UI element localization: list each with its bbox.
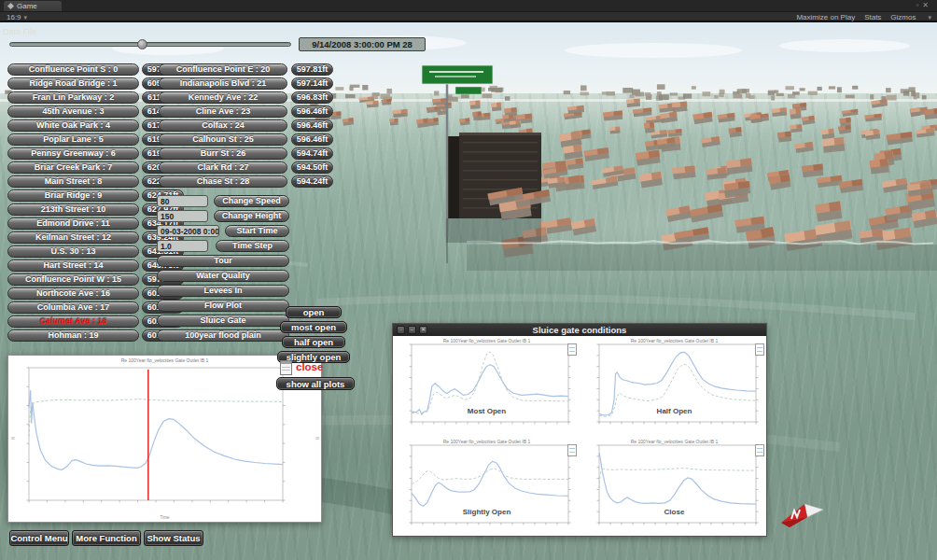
editor-titlebar: Game ▫✕	[0, 0, 937, 11]
station-button-confluence-point-w-15[interactable]: Confluence Point W : 15	[7, 273, 139, 286]
subplot-label-slightly-open: Slightly Open	[393, 508, 580, 516]
station-button-kennedy-ave-22[interactable]: Kennedy Ave : 22	[159, 91, 287, 104]
station-button-poplar-lane-5[interactable]: Poplar Lane : 5	[7, 133, 139, 146]
time-slider-knob[interactable]	[137, 39, 147, 49]
station-value: 596.83ft	[291, 91, 333, 104]
station-button-main-street-8[interactable]: Main Street : 8	[7, 175, 139, 188]
station-button-pennsy-greenway-6[interactable]: Pennsy Greenway : 6	[7, 147, 139, 160]
sluice-subplot-most_open	[393, 336, 580, 437]
gizmos-button[interactable]: Gizmos	[890, 13, 916, 21]
station-button-confluence-point-s-0[interactable]: Confluence Point S : 0	[7, 63, 139, 76]
station-value: 594.24ft	[291, 175, 333, 188]
time-step-input[interactable]	[157, 240, 208, 252]
subplot-legend	[567, 444, 577, 456]
100year-flood-plain-button[interactable]: 100year flood plain	[157, 329, 289, 342]
levees-in-button[interactable]: Levees In	[157, 285, 289, 297]
subplot-title: Re 100Year flo_velocities Gate Outlet IB…	[393, 439, 580, 444]
station-button-keilman-street-12[interactable]: Keilman Street : 12	[7, 231, 139, 244]
station-button-burr-st-26[interactable]: Burr St : 26	[159, 147, 287, 160]
station-button-briar-creek-park-7[interactable]: Briar Creek Park : 7	[7, 161, 139, 174]
station-button-u-s-30-13[interactable]: U.S. 30 : 13	[7, 245, 139, 258]
start-time-button[interactable]: Start Time	[225, 225, 289, 237]
show-all-plots-button[interactable]: show all plots	[276, 377, 355, 390]
station-button-confluence-point-e-20[interactable]: Confluence Point E : 20	[159, 63, 287, 76]
tab-game[interactable]: Game	[4, 1, 62, 11]
aspect-ratio-dropdown[interactable]: 16:9▾	[7, 13, 27, 21]
tab-game-label: Game	[17, 2, 37, 10]
stats-button[interactable]: Stats	[864, 13, 881, 21]
station-value: 596.46ft	[291, 105, 333, 118]
time-step-button[interactable]: Time Step	[216, 240, 289, 252]
station-button-ridge-road-bridge-1[interactable]: Ridge Road Bridge : 1	[7, 77, 139, 90]
plot-window-icon[interactable]	[280, 360, 292, 375]
water-quality-button[interactable]: Water Quality	[157, 270, 289, 282]
sluice-subplot-half_open	[580, 336, 768, 437]
station-button-213th-street-10[interactable]: 213th Street : 10	[7, 203, 139, 216]
game-viewport: Data File 9/14/2008 3:00:00 PM 28 Conflu…	[0, 22, 937, 560]
subplot-label-close: Close	[580, 508, 768, 516]
station-button-briar-ridge-9[interactable]: Briar Ridge : 9	[7, 189, 139, 202]
window-close-icon[interactable]: ✕	[922, 1, 932, 9]
station-value: 596.46ft	[291, 119, 333, 132]
sluice-conditions-window: · − ✕ Sluice gate conditions Re 100Year …	[392, 323, 767, 537]
close-plot-button[interactable]: close	[296, 361, 323, 372]
station-button-indianapolis-blvd-21[interactable]: Indianapolis Blvd : 21	[159, 77, 287, 90]
station-button-colfax-24[interactable]: Colfax : 24	[159, 119, 287, 132]
timestamp-readout: 9/14/2008 3:00:00 PM 28	[299, 37, 426, 51]
station-button-clark-rd-27[interactable]: Clark Rd : 27	[159, 161, 287, 174]
station-value: 597.14ft	[291, 77, 333, 90]
game-view-toolbar: 16:9▾ Maximize on Play Stats Gizmos ▾	[0, 11, 937, 22]
subplot-title: Re 100Year flo_velocities Gate Outlet IB…	[393, 338, 580, 343]
station-button-chase-st-28[interactable]: Chase St : 28	[159, 175, 287, 188]
subplot-label-most-open: Most Open	[393, 407, 580, 415]
station-button-calhoun-st-25[interactable]: Calhoun St : 25	[159, 133, 287, 146]
gizmos-caret-icon[interactable]: ▾	[928, 14, 931, 21]
station-button-hohman-19[interactable]: Hohman : 19	[7, 329, 139, 342]
sluice-subplot-close	[580, 437, 768, 538]
unity-logo-icon	[7, 3, 14, 9]
station-button-white-oak-park-4[interactable]: White Oak Park : 4	[7, 119, 139, 132]
station-button-columbia-ave-17[interactable]: Columbia Ave : 17	[7, 301, 139, 314]
sluice-half-open-button[interactable]: half open	[282, 336, 345, 348]
station-button-cline-ave-23[interactable]: Cline Ave : 23	[159, 105, 287, 118]
station-value: 594.74ft	[291, 147, 333, 160]
more-function-button[interactable]: More Function	[72, 530, 141, 546]
sluice-gate-button[interactable]: Sluice Gate	[157, 315, 289, 327]
speed-input[interactable]	[157, 195, 208, 207]
station-value: 594.50ft	[291, 161, 333, 174]
sluice-window-titlebar[interactable]: · − ✕ Sluice gate conditions	[393, 324, 766, 336]
sluice-window-title: Sluice gate conditions	[393, 325, 766, 335]
station-button-calumet-ave-18[interactable]: Calumet Ave : 18	[7, 315, 139, 328]
control-menu-button[interactable]: Control Menu	[9, 530, 69, 546]
aspect-ratio-value: 16:9	[7, 13, 21, 21]
time-slider[interactable]	[9, 42, 291, 47]
change-height-button[interactable]: Change Height	[214, 210, 289, 222]
start-time-input[interactable]	[157, 225, 219, 237]
subplot-title: Re 100Year flo_velocities Gate Outlet IB…	[580, 439, 768, 444]
subplot-legend	[755, 343, 764, 356]
window-controls[interactable]: ▫✕	[916, 1, 932, 9]
unity-editor-window: Game ▫✕ 16:9▾ Maximize on Play Stats Giz…	[0, 0, 937, 560]
flow-xlabel: Time	[8, 515, 321, 520]
change-speed-button[interactable]: Change Speed	[214, 195, 289, 207]
station-button-edmond-drive-11[interactable]: Edmond Drive : 11	[7, 217, 139, 230]
station-button-northcote-ave-16[interactable]: Northcote Ave : 16	[7, 287, 139, 300]
station-button-45th-avenue-3[interactable]: 45th Avenue : 3	[7, 105, 139, 118]
flow-ylabel-left: ft	[11, 437, 16, 440]
station-button-fran-lin-parkway-2[interactable]: Fran Lin Parkway : 2	[7, 91, 139, 104]
subplot-title: Re 100Year flo_velocities Gate Outlet IB…	[580, 338, 768, 343]
flow-plot-button[interactable]: Flow Plot	[157, 300, 289, 312]
show-status-button[interactable]: Show Status	[144, 530, 203, 546]
sluice-open-button[interactable]: open	[286, 306, 342, 318]
sluice-most-open-button[interactable]: most open	[280, 321, 347, 333]
flow-plot-window: Re 100Year flo_velocities Gate Outlet IB…	[7, 355, 322, 523]
station-button-hart-street-14[interactable]: Hart Street : 14	[7, 259, 139, 272]
subplot-legend	[567, 343, 577, 356]
flow-ylabel-right: ft	[315, 437, 319, 440]
north-compass-gizmo	[778, 498, 827, 534]
maximize-on-play-button[interactable]: Maximize on Play	[796, 13, 855, 21]
subplot-label-half-open: Half Open	[580, 407, 768, 415]
station-value: 597.81ft	[291, 63, 333, 76]
tour-button[interactable]: Tour	[157, 255, 289, 267]
height-input[interactable]	[157, 210, 208, 222]
